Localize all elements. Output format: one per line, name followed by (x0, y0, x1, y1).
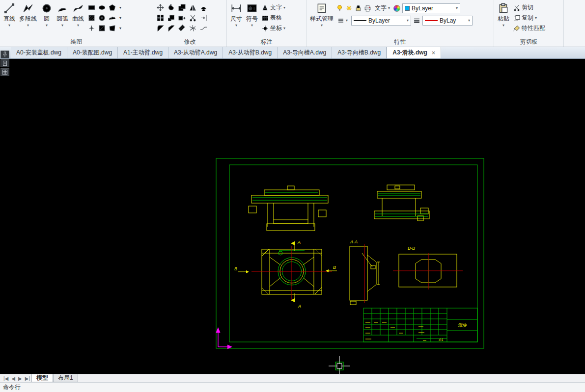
panel-modify: 修改 (153, 0, 227, 47)
mirror-icon[interactable] (188, 2, 197, 12)
style-manager-button[interactable]: 样式管理 ▾ (308, 1, 335, 27)
draw-extra-grid: ▾ ▾ ▾ (86, 2, 123, 33)
hatch-icon[interactable] (86, 13, 96, 23)
caret-down-icon[interactable]: ▾ (117, 13, 123, 23)
explode-icon[interactable] (188, 23, 197, 33)
layout1-tab[interactable]: 布局1 (53, 374, 78, 382)
stretch-icon[interactable] (177, 13, 187, 23)
line-button[interactable]: 直线 ▾ (2, 1, 17, 27)
break-icon[interactable] (198, 23, 208, 33)
last-sheet-button[interactable]: ▶| (24, 374, 31, 382)
model-tab[interactable]: 模型 (31, 374, 53, 382)
polyline-button[interactable]: 多段线 ▾ (18, 1, 38, 27)
first-sheet-button[interactable]: |◀ (2, 374, 10, 382)
cad-application: 直线 ▾ 多段线 ▾ 圆 ▾ 圆弧 ▾ (0, 0, 585, 392)
section-aa-label: A-A (350, 239, 358, 244)
coordinate-button[interactable]: 坐标 ▾ (260, 23, 287, 33)
view-section-aa: A-A (350, 239, 380, 305)
layer-text-dropdown[interactable]: 文字 ▾ (373, 3, 391, 13)
copy-button[interactable]: 复制 ▾ (512, 13, 547, 23)
cut-button[interactable]: 剪切 (512, 2, 547, 13)
panel-label-draw: 绘图 (0, 38, 153, 47)
text-button[interactable]: 文字 ▾ (260, 2, 287, 13)
rotate-icon[interactable] (166, 2, 176, 12)
dimension-button[interactable]: 尺寸 ▾ (229, 1, 244, 27)
point-icon[interactable] (86, 23, 96, 33)
cad-drawing[interactable]: A A B B A-A (0, 59, 585, 374)
caret-down-icon: ▾ (456, 6, 458, 10)
section-bb-label: B-B (408, 246, 415, 251)
ellipse-icon[interactable] (97, 2, 107, 12)
view-label-b-left: B (234, 266, 237, 271)
color-combo[interactable]: ByLayer ▾ (402, 3, 460, 13)
doc-tab-4[interactable]: A3-从动臂B.dwg (223, 47, 278, 58)
table-button[interactable]: 表格 (260, 13, 287, 23)
panel-annotate: 尺寸 ▾ 符号 ▾ 文字 ▾ 表格 (227, 0, 306, 47)
rectangle-icon[interactable] (86, 2, 96, 12)
layer-on-bulb-icon[interactable] (336, 4, 343, 12)
ribbon-filler (564, 0, 585, 47)
arc-button[interactable]: 圆弧 ▾ (55, 1, 70, 27)
spline-icon (72, 2, 84, 14)
doc-tab-3[interactable]: A3-从动臂A.dwg (168, 47, 223, 58)
wipeout-icon[interactable] (107, 23, 117, 33)
style-manager-icon (316, 2, 328, 14)
revision-cloud-icon[interactable] (107, 13, 117, 23)
doc-tab-0[interactable]: A0-安装盖板.dwg (11, 47, 67, 58)
cut-label-a-top: A (297, 240, 301, 245)
color-wheel-icon[interactable] (393, 5, 400, 12)
doc-tab-5[interactable]: A3-导向槽A.dwg (278, 47, 332, 58)
scissors-icon (513, 4, 520, 11)
offset-icon[interactable] (198, 2, 208, 12)
move-icon[interactable] (155, 2, 165, 12)
scale-icon[interactable] (166, 13, 176, 23)
command-line[interactable]: 命令行 (0, 382, 585, 392)
circle-button[interactable]: 圆 ▾ (39, 1, 54, 27)
tab-close-icon[interactable]: × (432, 50, 435, 56)
layer-thaw-sun-icon[interactable] (345, 4, 353, 12)
chamfer-icon[interactable] (166, 23, 176, 33)
line-icon (3, 2, 15, 14)
erase-icon[interactable] (177, 23, 187, 33)
donut-icon[interactable] (97, 13, 107, 23)
doc-tab-2[interactable]: A1-主动臂.dwg (118, 47, 168, 58)
caret-down-icon[interactable]: ▾ (117, 2, 123, 12)
doc-tab-6[interactable]: A3-导向槽B.dwg (332, 47, 387, 58)
prev-sheet-button[interactable]: ◀ (10, 374, 17, 382)
region-icon[interactable] (97, 23, 107, 33)
page-icon[interactable] (0, 59, 9, 67)
panel-menu-button[interactable]: ▾ (336, 15, 349, 26)
caret-down-icon[interactable]: ▾ (117, 23, 123, 33)
array-icon[interactable] (155, 13, 165, 23)
caret-down-icon: ▾ (346, 19, 348, 22)
view-plan: A A B B (234, 240, 337, 309)
caret-down-icon: ▾ (251, 24, 253, 27)
match-properties-brush-icon (513, 25, 520, 32)
panel-properties: 样式管理 ▾ 文字 ▾ (306, 0, 494, 47)
copy-object-icon[interactable] (177, 2, 187, 12)
lineweight-combo[interactable]: ByLay ▾ (422, 16, 473, 26)
coordinate-icon (262, 25, 269, 32)
layer-lock-icon[interactable] (355, 4, 362, 12)
hamburger-icon (337, 17, 344, 24)
doc-tab-1[interactable]: A0-装配图.dwg (67, 47, 118, 58)
linetype-combo[interactable]: ByLayer ▾ (351, 16, 411, 26)
doc-tab-active[interactable]: A3-滑块.dwg × (387, 47, 441, 58)
paste-button[interactable]: 粘贴 ▾ (496, 1, 511, 27)
layer-plot-printer-icon[interactable] (364, 4, 371, 12)
caret-down-icon: ▾ (77, 24, 79, 27)
match-properties-button[interactable]: 特性匹配 (512, 23, 547, 33)
polygon-icon[interactable] (107, 2, 117, 12)
symbol-button[interactable]: 符号 ▾ (245, 1, 259, 27)
panel-label-modify: 修改 (153, 38, 226, 47)
drawing-canvas[interactable]: A A B B A-A (0, 59, 585, 374)
extend-icon[interactable] (198, 13, 208, 23)
trim-icon[interactable] (188, 13, 197, 23)
next-sheet-button[interactable]: ▶ (17, 374, 24, 382)
fillet-icon[interactable] (155, 23, 165, 33)
grid-icon[interactable] (0, 68, 9, 76)
model-layout-bar: |◀ ◀ ▶ ▶| 模型 布局1 (0, 374, 585, 382)
linetype-preview (354, 20, 366, 21)
pin-icon[interactable] (0, 51, 9, 58)
spline-button[interactable]: 曲线 ▾ (71, 1, 85, 27)
